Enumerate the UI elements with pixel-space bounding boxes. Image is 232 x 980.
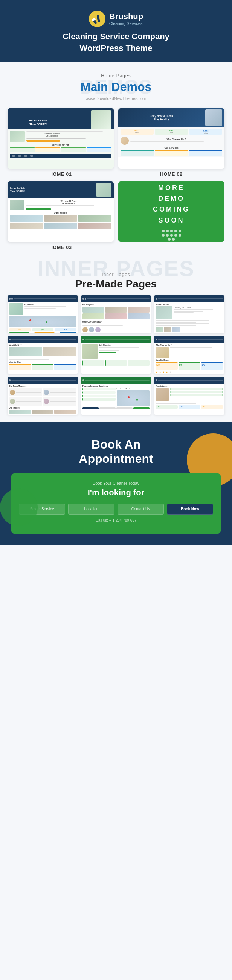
home02-label: HOME 02 xyxy=(118,172,224,177)
appt-form xyxy=(170,388,223,401)
name4 xyxy=(50,401,75,402)
premade-appointment[interactable]: Appointment ✓ Clean ✓ Safe ✓ F xyxy=(154,377,224,415)
more-demo-text: MOREDEMOCOMINGSOON xyxy=(153,183,190,226)
faq-map-area: Locations of Services xyxy=(117,388,150,406)
premade-faq[interactable]: Frequently Asked Questions Locations of … xyxy=(81,377,152,415)
s3: 274 xyxy=(55,328,76,331)
home03-thumb[interactable]: Better Be SafeThan SORRY! We Have 20 Yea… xyxy=(8,181,114,242)
home02-hero: Stay Neat & CleanStay Healthy xyxy=(118,108,224,127)
header-title: Cleaning Service Company WordPress Theme xyxy=(8,31,224,54)
dot9 xyxy=(174,234,177,237)
demo-item-home01[interactable]: Better Be SafeThan SORRY! We Have 20 Yea… xyxy=(8,108,114,177)
why-choose-row: Why Choose Us ? xyxy=(120,136,222,146)
n1 xyxy=(82,298,84,299)
location-field[interactable]: Location xyxy=(68,504,115,514)
project1 xyxy=(10,215,43,222)
home03-img1 xyxy=(10,200,24,210)
pricing-mini: $29 $49 $79 xyxy=(156,362,223,370)
si2 xyxy=(105,360,127,366)
faq-items xyxy=(82,388,116,406)
dot12 xyxy=(172,238,175,241)
project5 xyxy=(44,223,77,229)
demo-item-home02[interactable]: Stay Neat & CleanStay Healthy 500+ clien… xyxy=(118,108,224,177)
faq-header xyxy=(81,377,152,383)
premade-about[interactable]: Operations 92 $44 274 xyxy=(8,295,78,333)
pi4 xyxy=(82,313,104,320)
nav-bar xyxy=(85,380,150,380)
n2 xyxy=(11,298,13,299)
brushup-logo-icon xyxy=(89,11,106,27)
project2 xyxy=(44,215,77,222)
premade-safe-cleaning[interactable]: Safe Cleaning xyxy=(81,336,152,374)
home01-thumb[interactable]: Better Be SafeThan SORRY! We Have 20 Yea… xyxy=(8,108,114,169)
home03-hero-inner: Better Be SafeThan SORRY! xyxy=(10,184,112,196)
l2 xyxy=(82,325,123,326)
logo-text: Brushup Cleaning Services xyxy=(109,12,143,25)
our-services-title: Our Services xyxy=(120,147,222,149)
book-now-button[interactable]: Book Now xyxy=(167,504,213,514)
l4 xyxy=(156,320,209,321)
projects-title: Our Projects xyxy=(82,303,150,305)
premade-project-detail[interactable]: Project Details Cleaning Your Home xyxy=(154,295,224,333)
demo-grid: Better Be SafeThan SORRY! We Have 20 Yea… xyxy=(0,105,232,258)
contact-field[interactable]: Contact Us xyxy=(117,504,164,514)
premade-why-choose[interactable]: Why Choose Us ? View My Plans $29 $49 $7… xyxy=(154,336,224,374)
si1 xyxy=(82,360,104,366)
premade-what-we-do[interactable]: What We Do ? View My Plan xyxy=(8,336,78,374)
safe-btn xyxy=(99,352,116,353)
premade-projects[interactable]: Our Projects What Our Clients Say xyxy=(81,295,152,333)
pm1-price: $29 xyxy=(156,364,177,366)
detail-body: Project Details Cleaning Your Home xyxy=(154,302,224,333)
faq-map xyxy=(117,390,150,406)
team-header xyxy=(8,377,78,383)
faq-content: Locations of Services xyxy=(82,388,150,406)
wi2 xyxy=(43,347,76,356)
l1 xyxy=(170,347,212,348)
faq4 xyxy=(82,398,116,401)
detail-thumbs xyxy=(156,327,223,332)
prj3 xyxy=(54,410,76,414)
av2 xyxy=(44,390,49,395)
project6 xyxy=(78,223,112,229)
site-url: www.DownloadNewThemes.com xyxy=(0,96,232,101)
name2 xyxy=(50,391,75,393)
stat3-num: ★740 xyxy=(190,129,221,132)
service-card2 xyxy=(155,150,188,156)
detail-title: Project Details xyxy=(156,303,223,305)
iam-looking-text: I'm looking for xyxy=(19,488,213,498)
l1 xyxy=(9,358,63,358)
tab-service xyxy=(116,407,133,409)
premade-grid: Operations 92 $44 274 xyxy=(0,291,232,422)
about-img xyxy=(9,303,23,315)
clients-title: What Our Clients Say xyxy=(82,321,150,323)
about-row: Operations xyxy=(9,303,76,315)
l2 xyxy=(174,311,203,312)
team-grid xyxy=(9,388,76,406)
ai2-text: ✓ Safe xyxy=(179,406,200,408)
n2 xyxy=(85,298,86,299)
l7 xyxy=(156,325,196,326)
why-row xyxy=(156,347,223,358)
about-title: Operations xyxy=(24,303,76,305)
tc3 xyxy=(9,397,42,406)
btn1 xyxy=(9,332,29,333)
tc2 xyxy=(43,388,76,396)
home02-thumb[interactable]: Stay Neat & CleanStay Healthy 500+ clien… xyxy=(118,108,224,169)
nav-bar xyxy=(87,298,150,299)
detail-img xyxy=(156,306,172,320)
faq2 xyxy=(82,391,116,394)
tab-home xyxy=(82,407,99,409)
whatwedo-header xyxy=(8,336,78,343)
footer-dot4 xyxy=(30,155,33,156)
ai2: ✓ Safe xyxy=(178,405,200,409)
home02-hero-text: Stay Neat & CleanStay Healthy xyxy=(120,114,203,121)
dot5 xyxy=(178,230,181,232)
demo-item-home03[interactable]: Better Be SafeThan SORRY! We Have 20 Yea… xyxy=(8,181,114,250)
pi5 xyxy=(105,313,127,320)
projects-body: Our Projects What Our Clients Say xyxy=(81,302,152,333)
premade-team[interactable]: Our Team Members Our xyxy=(8,377,78,415)
btn2 xyxy=(34,332,55,333)
s1-num: 92 xyxy=(9,329,30,331)
why-header xyxy=(154,336,224,343)
project4 xyxy=(10,223,43,229)
